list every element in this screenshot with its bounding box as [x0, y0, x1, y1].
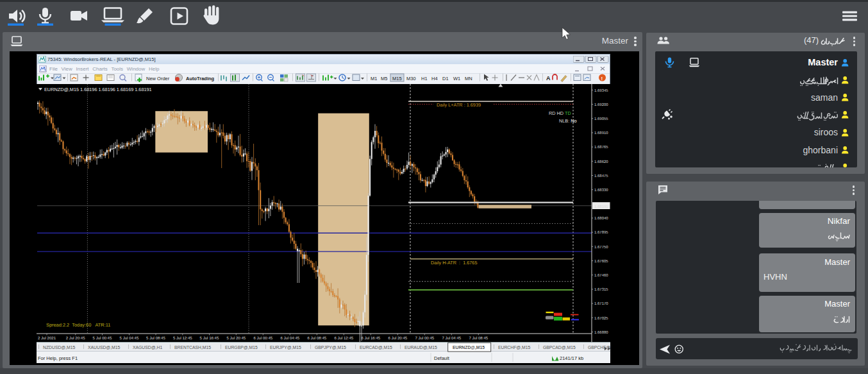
svg-text:Default: Default — [434, 355, 450, 361]
svg-text:1.68765: 1.68765 — [594, 145, 608, 149]
svg-text:EURJPY@,M15: EURJPY@,M15 — [270, 345, 301, 350]
svg-text:EURCHF@,M15: EURCHF@,M15 — [498, 345, 531, 350]
svg-text:M30: M30 — [406, 76, 416, 81]
svg-text:1.68910: 1.68910 — [594, 131, 608, 135]
svg-text:6 Jul 04:45: 6 Jul 04:45 — [280, 336, 299, 341]
svg-text:Spread:2.2 Today:60 ATR:11: Spread:2.2 Today:60 ATR:11 — [46, 322, 110, 328]
svg-text:1.67025: 1.67025 — [594, 316, 608, 321]
svg-text:5 Jul 08:45: 5 Jul 08:45 — [146, 336, 165, 341]
svg-text:1.66880: 1.66880 — [594, 330, 608, 335]
svg-text:1.69345: 1.69345 — [594, 89, 608, 93]
svg-text:1.69055: 1.69055 — [594, 117, 608, 121]
svg-text:1.67750: 1.67750 — [594, 245, 608, 250]
svg-text:M15: M15 — [392, 76, 402, 81]
svg-text:1.68330: 1.68330 — [594, 188, 608, 192]
svg-text:5 Jul 20:45: 5 Jul 20:45 — [226, 336, 246, 341]
svg-text:RD HD TD: RD HD TD — [549, 110, 571, 116]
svg-text:Daily H-ATR : 1.6765: Daily H-ATR : 1.6765 — [431, 260, 477, 266]
svg-text:D1: D1 — [442, 76, 449, 81]
svg-text:6 Jul 12:45: 6 Jul 12:45 — [334, 336, 353, 341]
svg-text:5 Jul 00:45: 5 Jul 00:45 — [93, 336, 112, 341]
svg-text:MN: MN — [465, 76, 472, 81]
svg-text:New Order: New Order — [146, 76, 170, 81]
svg-text:NLB: No: NLB: No — [559, 118, 577, 124]
svg-text:W1: W1 — [453, 76, 460, 81]
svg-text:1.67605: 1.67605 — [594, 259, 608, 264]
svg-text:6 Jul 16:45: 6 Jul 16:45 — [361, 336, 380, 341]
svg-text:EURAUD@,M15: EURAUD@,M15 — [405, 345, 437, 350]
svg-text:GBPCHF@,N: GBPCHF@,N — [588, 345, 610, 350]
svg-text:AutoTrading: AutoTrading — [186, 76, 215, 81]
svg-text:GBPCAD@,M15: GBPCAD@,M15 — [543, 345, 576, 350]
svg-text:EURNZD@,M15 1.68196 1.68196 1: EURNZD@,M15 1.68196 1.68196 1.68169 1.68… — [44, 87, 152, 92]
svg-text:6 Jul 20:45: 6 Jul 20:45 — [388, 336, 407, 341]
svg-text:BRENTCASH,M15: BRENTCASH,M15 — [174, 345, 211, 350]
svg-text:Daily L+ATR : 1.6939: Daily L+ATR : 1.6939 — [437, 102, 481, 108]
svg-text:XAUUSD@,M15: XAUUSD@,M15 — [88, 345, 121, 350]
svg-text:H4: H4 — [431, 76, 438, 81]
svg-text:H1: H1 — [421, 76, 428, 81]
svg-text:2141/17 kb: 2141/17 kb — [560, 355, 583, 361]
svg-text:1.67315: 1.67315 — [594, 287, 608, 292]
svg-text:1.67170: 1.67170 — [594, 302, 608, 306]
svg-text:EURGBP@,M15: EURGBP@,M15 — [225, 345, 258, 350]
svg-text:!: ! — [601, 76, 603, 81]
svg-text:M5: M5 — [381, 76, 387, 81]
svg-text:A: A — [546, 75, 551, 81]
svg-text:For Help, press F1: For Help, press F1 — [38, 355, 78, 361]
svg-text:1.67460: 1.67460 — [594, 273, 608, 278]
svg-text:GBPJPY@,M15: GBPJPY@,M15 — [315, 345, 346, 350]
svg-text:5 Jul 04:45: 5 Jul 04:45 — [120, 336, 139, 341]
svg-text:XAGUSD@,H1: XAGUSD@,H1 — [133, 345, 162, 350]
svg-text:2 Jul 20:45: 2 Jul 20:45 — [66, 336, 85, 341]
svg-text:1.68040: 1.68040 — [594, 216, 608, 221]
svg-text:1.68475: 1.68475 — [594, 174, 608, 178]
svg-text:7 Jul 08:45: 7 Jul 08:45 — [469, 336, 488, 341]
svg-text:7 Jul 00:45: 7 Jul 00:45 — [415, 336, 434, 341]
svg-text:6 Jul 08:45: 6 Jul 08:45 — [307, 336, 326, 341]
svg-text:2 Jul 2021: 2 Jul 2021 — [38, 336, 56, 341]
svg-text:EURCAD@,M15: EURCAD@,M15 — [360, 345, 392, 350]
svg-text:7 Jul 04:45: 7 Jul 04:45 — [442, 336, 461, 341]
svg-text:1.68620: 1.68620 — [594, 160, 608, 164]
svg-text:EURNZD@,M15: EURNZD@,M15 — [453, 345, 485, 350]
svg-text:1.69200: 1.69200 — [594, 103, 608, 107]
svg-text:1.68191: 1.68191 — [594, 205, 608, 209]
svg-text:5 Jul 12:45: 5 Jul 12:45 — [173, 336, 192, 341]
svg-text:6 Jul 00:45: 6 Jul 00:45 — [253, 336, 272, 341]
svg-text:NZDUSD@,M15: NZDUSD@,M15 — [43, 345, 76, 350]
svg-text:1.67895: 1.67895 — [594, 230, 608, 235]
svg-text:M1: M1 — [371, 76, 377, 81]
svg-text:5 Jul 16:45: 5 Jul 16:45 — [200, 336, 219, 341]
